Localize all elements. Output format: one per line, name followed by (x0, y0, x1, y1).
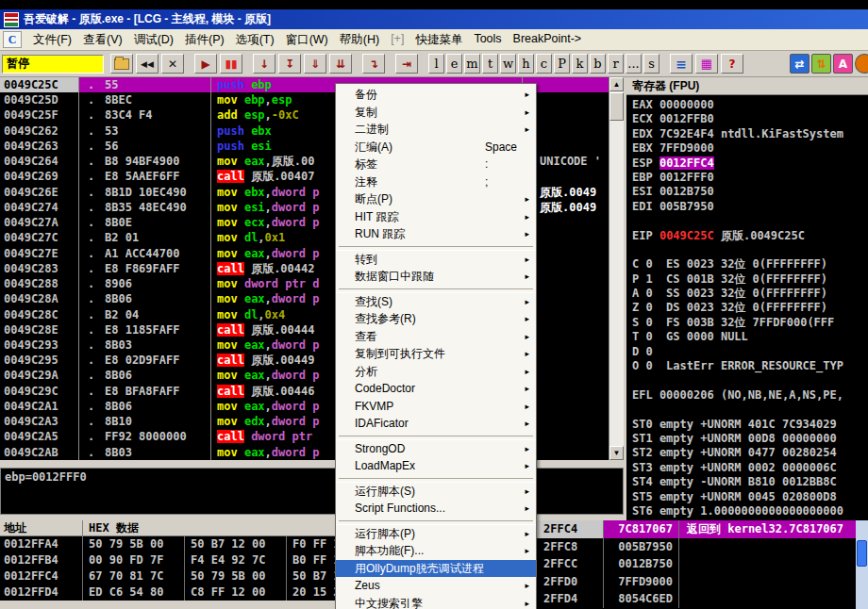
disassembly-scrollbar[interactable]: ▲ ▼ (609, 77, 624, 460)
windows-icon[interactable]: ▦ (695, 54, 718, 74)
context-menu-item[interactable]: Script Functions...▸ (336, 500, 536, 518)
menubar-item[interactable]: 帮助(H) (334, 30, 385, 50)
registers-pane[interactable]: 寄存器 (FPU) EAX 00000000ECX 0012FFB0EDX 7C… (624, 77, 868, 520)
context-menu-item[interactable]: 查找(S)▸ (336, 293, 536, 311)
scroll-down-icon[interactable]: ▼ (609, 446, 624, 460)
register-line[interactable]: A 0 SS 0023 32位 0(FFFFFFFF) (632, 287, 868, 301)
context-menu-item[interactable]: Zeus▸ (336, 577, 536, 595)
register-line[interactable]: ESP 0012FFC4 (632, 156, 868, 171)
context-menu-item[interactable]: CodeDoctor▸ (336, 380, 536, 398)
context-menu-item[interactable]: 复制▸ (336, 104, 536, 122)
menubar-item[interactable]: 窗口(W) (280, 30, 334, 50)
context-menu-item[interactable]: 查找参考(R)▸ (336, 310, 536, 328)
context-menu-item[interactable]: HIT 跟踪▸ (336, 208, 536, 226)
register-line[interactable]: S 0 FS 003B 32位 7FFDF000(FFF (632, 316, 868, 330)
context-menu-item[interactable]: 标签: (336, 156, 536, 173)
register-line[interactable]: EDI 005B7950 (632, 200, 868, 214)
register-line[interactable]: ST1 empty +UNORM 00D8 00000000 (632, 432, 868, 446)
orange-circle-icon[interactable] (855, 54, 868, 74)
scroll-up-icon[interactable]: ▲ (609, 77, 624, 91)
animate-over-icon[interactable]: ⇊ (329, 54, 352, 74)
register-line[interactable]: ST4 empty -UNORM B810 0012BB8C (632, 475, 868, 489)
context-menu-item[interactable]: 汇编(A)Space (336, 139, 536, 156)
animate-into-icon[interactable]: ⇓ (304, 54, 326, 74)
menubar-item[interactable]: 查看(V) (77, 30, 128, 50)
toolbar-letter-button[interactable]: P (554, 54, 570, 74)
ollydbg-c-icon[interactable]: C (3, 31, 22, 48)
context-menu-item[interactable]: 复制到可执行文件▸ (336, 345, 536, 363)
menubar-item[interactable]: 插件(P) (179, 30, 230, 50)
context-menu-item[interactable]: 二进制▸ (336, 121, 536, 139)
stack-row[interactable]: 2FFC47C817067返回到 kernel32.7C817067 (530, 520, 856, 538)
register-line[interactable] (632, 403, 868, 417)
menubar-item[interactable]: 快捷菜单 (409, 30, 468, 50)
toolbar-letter-button[interactable]: k (572, 54, 588, 74)
toolbar-letter-button[interactable]: h (518, 54, 534, 74)
register-line[interactable]: Z 0 DS 0023 32位 0(FFFFFFFF) (632, 301, 868, 315)
toolbar-letter-button[interactable]: s (643, 54, 659, 74)
toolbar-letter-button[interactable]: b (590, 54, 606, 74)
toolbar-letter-button[interactable]: c (536, 54, 552, 74)
register-line[interactable]: ECX 0012FFB0 (632, 112, 868, 126)
register-line[interactable]: ST6 empty 1.0000000000000000000 (632, 504, 868, 518)
context-menu-item[interactable]: 运行脚本(S)▸ (336, 483, 536, 501)
run-button[interactable]: ▶ (194, 54, 217, 74)
context-menu-item[interactable]: 分析▸ (336, 363, 536, 381)
updown-arrows-icon[interactable]: ⇅ (811, 54, 831, 74)
context-menu-item[interactable]: 用OllyDump脱壳调试进程 (336, 560, 536, 578)
toolbar-letter-button[interactable]: m (464, 54, 480, 74)
register-line[interactable] (632, 243, 868, 257)
letter-a-icon[interactable]: A (833, 54, 853, 74)
context-menu-item[interactable]: 断点(P)▸ (336, 190, 536, 208)
context-menu-item[interactable]: IDAFicator▸ (336, 415, 536, 433)
context-menu-item[interactable]: 注释; (336, 173, 536, 191)
stack-scrollbar[interactable] (856, 520, 868, 609)
register-line[interactable]: ST0 empty +UNORM 401C 7C934029 (632, 418, 868, 432)
register-line[interactable] (632, 373, 868, 387)
register-line[interactable]: T 0 GS 0000 NULL (632, 330, 868, 344)
toolbar-letter-button[interactable]: t (482, 54, 498, 74)
register-line[interactable]: P 1 CS 001B 32位 0(FFFFFFFF) (632, 272, 868, 287)
stack-row[interactable]: 2FFCC0012B750 (530, 555, 856, 573)
register-line[interactable]: EAX 00000000 (632, 98, 868, 112)
context-menu-item[interactable]: 查看▸ (336, 328, 536, 346)
menubar-item[interactable]: 文件(F) (27, 30, 77, 50)
register-line[interactable]: C 0 ES 0023 32位 0(FFFFFFFF) (632, 257, 868, 272)
context-menu-item[interactable]: 脚本功能(F)...▸ (336, 542, 536, 560)
menubar-item[interactable]: [+] (385, 30, 409, 50)
register-line[interactable]: ST2 empty +UNORM 0477 00280254 (632, 446, 868, 460)
toolbar-letter-button[interactable]: ... (626, 54, 642, 74)
swap-arrows-icon[interactable]: ⇄ (790, 54, 810, 74)
toolbar-letter-button[interactable]: w (500, 54, 516, 74)
register-line[interactable]: D 0 (632, 345, 868, 359)
toolbar-letter-button[interactable]: e (446, 54, 462, 74)
help-icon[interactable]: ? (721, 54, 743, 74)
open-file-button[interactable] (110, 54, 133, 74)
register-line[interactable]: ST3 empty +UNORM 0002 0000006C (632, 461, 868, 475)
close-button[interactable]: ✕ (161, 54, 184, 74)
register-line[interactable]: O 0 LastErr ERROR_RESOURCE_TYP (632, 359, 868, 373)
toolbar-letter-button[interactable]: l (428, 54, 444, 74)
context-menu-item[interactable]: FKVMP▸ (336, 398, 536, 416)
stack-row[interactable]: 2FFC8005B7950 (530, 538, 856, 556)
context-menu-item[interactable]: 数据窗口中跟随▸ (336, 268, 536, 286)
menubar-item[interactable]: 调试(D) (128, 30, 179, 50)
stack-scrollbar-thumb[interactable] (857, 540, 867, 567)
go-to-address-icon[interactable]: ⇥ (395, 54, 418, 74)
menubar-item[interactable]: Tools (468, 30, 507, 50)
restart-button[interactable]: ◀◀ (136, 54, 159, 74)
menubar-item[interactable]: BreakPoint-> (508, 30, 588, 50)
register-line[interactable]: EDX 7C92E4F4 ntdll.KiFastSystem (632, 127, 868, 141)
register-line[interactable]: ESI 0012B750 (632, 185, 868, 199)
step-over-icon[interactable]: ↧ (278, 54, 301, 74)
options-list-icon[interactable]: ≡ (670, 54, 693, 74)
register-line[interactable] (632, 214, 868, 228)
toolbar-letter-button[interactable]: r (608, 54, 624, 74)
register-line[interactable]: EIP 0049C25C 原版.0049C25C (632, 229, 868, 243)
context-menu-item[interactable]: StrongOD▸ (336, 440, 536, 458)
register-line[interactable]: EFL 00000206 (NO,NB,NE,A,NS,PE, (632, 388, 868, 403)
execute-till-return-icon[interactable]: ↴ (362, 54, 385, 74)
pause-button[interactable]: ▮▮ (220, 54, 242, 74)
context-menu-item[interactable]: 备份▸ (336, 86, 536, 104)
stack-row[interactable]: 2FFD07FFD9000 (530, 573, 856, 591)
